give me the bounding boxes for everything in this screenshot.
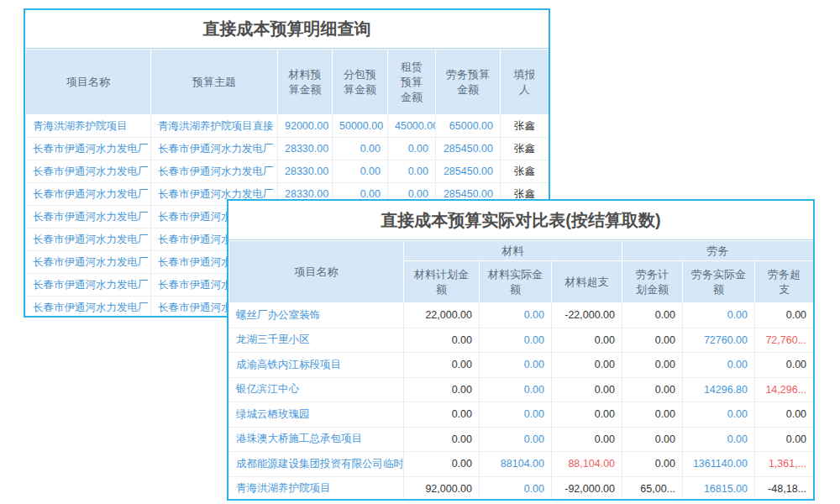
value-cell: 50000.00 (333, 115, 388, 138)
column-header-material-plan: 材料计划金额 (404, 261, 480, 303)
value-cell: 0.00 (333, 160, 388, 183)
column-header-labor-overrun: 劳务超支 (755, 261, 814, 303)
value-cell: 0.00 (755, 303, 814, 328)
value-cell: 0.00 (622, 427, 683, 452)
column-header-material-actual: 材料实际金额 (480, 261, 552, 303)
value-cell: 0.00 (388, 138, 436, 160)
value-cell: 0.00 (404, 452, 480, 477)
value-cell: 88104.00 (480, 452, 552, 477)
value-cell: 0.00 (683, 427, 755, 452)
table-row[interactable]: 成都能源建设集团投资有限公司临时0.0088104.0088,104.000.0… (229, 452, 814, 477)
value-cell: 0.00 (404, 328, 480, 353)
value-cell: 0.00 (552, 402, 622, 428)
table-row[interactable]: 螺丝厂办公室装饰22,000.000.00-22,000.000.000.000… (229, 303, 814, 328)
value-cell: 285450.00 (436, 138, 501, 160)
value-cell: 1361140.00 (683, 452, 755, 477)
value-cell: 0.00 (552, 328, 622, 353)
value-cell: 0.00 (552, 353, 622, 378)
project-name-cell: 长春市伊通河水力发电厂 (26, 251, 151, 274)
value-cell: 0.00 (683, 303, 755, 328)
project-name-cell: 长春市伊通河水力发电厂 (26, 206, 151, 228)
table-row[interactable]: 成渝高铁内江标段项目0.000.000.000.000.000.00 (229, 353, 814, 378)
value-cell: 0.00 (480, 303, 552, 328)
value-cell: -92,000.00 (552, 476, 622, 501)
column-header-material-budget: 材料预算金额 (278, 50, 333, 115)
value-cell: 28330.00 (278, 160, 333, 183)
project-name-cell: 长春市伊通河水力发电厂 (26, 160, 151, 183)
project-name-cell: 银亿滨江中心 (229, 377, 404, 402)
column-header-labor-actual: 劳务实际金额 (683, 261, 755, 303)
value-cell: -48,18... (755, 476, 814, 501)
value-cell: 14,296... (755, 377, 814, 402)
value-cell: 张鑫 (501, 138, 549, 160)
value-cell: 0.00 (683, 402, 755, 428)
table-row[interactable]: 青海洪湖养护院项目92,000.000.00-92,000.0065,00...… (229, 476, 814, 501)
value-cell: 0.00 (622, 328, 683, 353)
value-cell: 92,000.00 (404, 476, 480, 501)
table-row[interactable]: 龙湖三千里小区0.000.000.000.0072760.0072,760... (229, 328, 814, 353)
project-name-cell: 螺丝厂办公室装饰 (229, 303, 404, 328)
project-name-cell: 青海洪湖养护院项目 (26, 115, 151, 138)
value-cell: 22,000.00 (404, 303, 480, 328)
group-header-labor: 劳务 (622, 241, 814, 261)
table-row[interactable]: 青海洪湖养护院项目青海洪湖养护院项目直接92000.0050000.004500… (26, 115, 549, 138)
column-header-reporter: 填报人 (501, 50, 549, 115)
value-cell: 0.00 (480, 402, 552, 428)
value-cell: 0.00 (622, 377, 683, 402)
value-cell: 92000.00 (278, 115, 333, 138)
column-header-subcontract-budget: 分包预算金额 (333, 50, 388, 115)
column-header-project: 项目名称 (229, 241, 404, 303)
column-header-labor-plan: 劳务计划金额 (622, 261, 683, 303)
column-header-labor-budget: 劳务预算金额 (436, 50, 501, 115)
budget-compare-panel: 直接成本预算实际对比表(按结算取数) 项目名称 材料 劳务 材料计划金额 材料实… (227, 199, 815, 501)
column-header-material-overrun: 材料超支 (552, 261, 622, 303)
project-name-cell: 成都能源建设集团投资有限公司临时 (229, 452, 404, 477)
value-cell: 0.00 (404, 353, 480, 378)
value-cell: 0.00 (480, 427, 552, 452)
budget-detail-title: 直接成本预算明细查询 (25, 10, 549, 49)
value-cell: 0.00 (755, 427, 814, 452)
value-cell: 88,104.00 (552, 452, 622, 477)
value-cell: 0.00 (552, 377, 622, 402)
value-cell: 0.00 (404, 377, 480, 402)
value-cell: 65,00... (622, 476, 683, 501)
value-cell: 张鑫 (501, 160, 549, 183)
value-cell: 青海洪湖养护院项目直接 (151, 115, 278, 138)
value-cell: 0.00 (622, 402, 683, 428)
table-row[interactable]: 长春市伊通河水力发电厂长春市伊通河水力发电厂28330.000.000.0028… (26, 160, 549, 183)
value-cell: 65000.00 (436, 115, 501, 138)
table-row[interactable]: 长春市伊通河水力发电厂长春市伊通河水力发电厂28330.000.000.0028… (26, 138, 549, 160)
column-header-rental-budget: 租赁预算金额 (388, 50, 436, 115)
project-name-cell: 港珠澳大桥施工总承包项目 (229, 427, 404, 452)
value-cell: 14296.80 (683, 377, 755, 402)
page: 直接成本预算明细查询 项目名称 预算主题 材料预算金额 分包预算金额 租赁预算金… (0, 0, 840, 504)
budget-compare-table: 项目名称 材料 劳务 材料计划金额 材料实际金额 材料超支 劳务计划金额 劳务实… (228, 240, 814, 501)
table-row[interactable]: 港珠澳大桥施工总承包项目0.000.000.000.000.000.00 (229, 427, 814, 452)
value-cell: 0.00 (480, 476, 552, 501)
value-cell: 0.00 (683, 353, 755, 378)
value-cell: 0.00 (552, 427, 622, 452)
project-name-cell: 长春市伊通河水力发电厂 (26, 228, 151, 251)
value-cell: 0.00 (480, 353, 552, 378)
value-cell: 1,361,... (755, 452, 814, 477)
value-cell: 285450.00 (436, 160, 501, 183)
project-name-cell: 龙湖三千里小区 (229, 328, 404, 353)
table-row[interactable]: 银亿滨江中心0.000.000.000.0014296.8014,296... (229, 377, 814, 402)
value-cell: 0.00 (755, 402, 814, 428)
table-row[interactable]: 绿城云栖玫瑰园0.000.000.000.000.000.00 (229, 402, 814, 428)
project-name-cell: 成渝高铁内江标段项目 (229, 353, 404, 378)
project-name-cell: 长春市伊通河水力发电厂 (26, 183, 151, 206)
value-cell: 长春市伊通河水力发电厂 (151, 138, 278, 160)
value-cell: 72760.00 (683, 328, 755, 353)
value-cell: 长春市伊通河水力发电厂 (151, 160, 278, 183)
value-cell: 张鑫 (501, 115, 549, 138)
value-cell: 0.00 (480, 377, 552, 402)
value-cell: 45000.00 (388, 115, 436, 138)
value-cell: 28330.00 (278, 138, 333, 160)
value-cell: 72,760... (755, 328, 814, 353)
value-cell: -22,000.00 (552, 303, 622, 328)
project-name-cell: 青海洪湖养护院项目 (229, 476, 404, 501)
project-name-cell: 长春市伊通河水力发电厂 (26, 138, 151, 160)
value-cell: 0.00 (404, 402, 480, 428)
value-cell: 0.00 (480, 328, 552, 353)
